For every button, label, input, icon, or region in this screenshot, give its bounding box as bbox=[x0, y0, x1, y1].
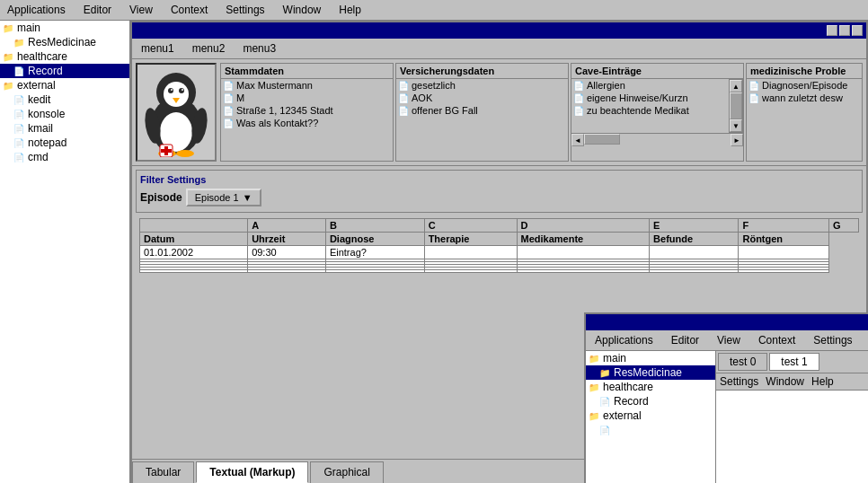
sidebar-item-healthcare[interactable]: healthcare bbox=[0, 49, 129, 64]
sidebar-label-kmail: kmail bbox=[28, 122, 53, 135]
second-window-menu[interactable]: Window bbox=[766, 375, 804, 388]
scroll-left-arrow[interactable]: ◄ bbox=[571, 134, 584, 146]
scroll-thumb[interactable] bbox=[730, 92, 742, 119]
inner-menu-menu1[interactable]: menu1 bbox=[136, 40, 180, 57]
data-table: A B C D E F G Datum Uhrzeit Diagnose bbox=[139, 218, 859, 273]
svg-point-10 bbox=[176, 150, 194, 157]
sidebar-panel: main ResMedicinae healthcare Record exte… bbox=[0, 21, 130, 483]
second-sidebar-label-record: Record bbox=[614, 395, 649, 408]
patient-section: Stammdaten Max Mustermann M Straße 1, 12… bbox=[132, 59, 866, 166]
second-sidebar-healthcare[interactable]: healthcare bbox=[586, 380, 715, 394]
medizinische-item-1[interactable]: Diagnosen/Episode bbox=[747, 79, 862, 92]
tab-test0[interactable]: test 0 bbox=[718, 353, 767, 371]
cell-date[interactable]: 01.01.2002 bbox=[140, 246, 248, 259]
second-menu-context[interactable]: Context bbox=[753, 332, 801, 348]
svg-rect-15 bbox=[161, 149, 172, 153]
versicherungsdaten-item-1[interactable]: gesetzlich bbox=[396, 79, 568, 92]
svg-point-5 bbox=[179, 88, 184, 93]
tab-graphical[interactable]: Graphical bbox=[310, 461, 383, 483]
second-sidebar-label-external: external bbox=[603, 409, 642, 422]
sidebar-item-cmd[interactable]: cmd bbox=[0, 150, 129, 164]
folder-icon-healthcare bbox=[2, 50, 14, 63]
second-menu-applications[interactable]: Applications bbox=[589, 332, 659, 348]
cave-scrollbar[interactable]: ▲ ▼ bbox=[729, 79, 743, 133]
second-window-titlebar bbox=[586, 314, 868, 330]
cell-roentgen[interactable] bbox=[739, 246, 829, 259]
sidebar-label-cmd: cmd bbox=[28, 151, 49, 163]
stammdaten-item-4[interactable]: Was als Kontakt?? bbox=[221, 117, 393, 129]
folder-icon-resmedicinae bbox=[13, 36, 25, 48]
versicherungsdaten-item-2[interactable]: AOK bbox=[396, 92, 568, 104]
cell-diagnose[interactable]: Eintrag? bbox=[325, 246, 424, 259]
svg-point-4 bbox=[168, 88, 173, 93]
data-panels: Stammdaten Max Mustermann M Straße 1, 12… bbox=[220, 63, 863, 162]
menu-settings[interactable]: Settings bbox=[222, 2, 268, 18]
sidebar-item-konsole[interactable]: konsole bbox=[0, 107, 129, 121]
cell-time[interactable]: 09:30 bbox=[248, 246, 326, 259]
versicherungsdaten-item-3[interactable]: offener BG Fall bbox=[396, 104, 568, 117]
second-menu-settings[interactable]: Settings bbox=[808, 332, 857, 348]
sidebar-label-healthcare: healthcare bbox=[17, 50, 67, 63]
h-scroll-thumb[interactable] bbox=[584, 134, 620, 145]
menu-view[interactable]: View bbox=[126, 2, 156, 18]
sidebar-item-main[interactable]: main bbox=[0, 21, 129, 35]
cave-hscrollbar[interactable]: ◄ ► bbox=[571, 133, 743, 145]
cell-therapie[interactable] bbox=[424, 246, 517, 259]
second-menu-view[interactable]: View bbox=[712, 332, 746, 348]
scroll-up-arrow[interactable]: ▲ bbox=[730, 80, 742, 92]
menu-applications[interactable]: Applications bbox=[4, 2, 69, 18]
sidebar-item-resmedicinae[interactable]: ResMedicinae bbox=[0, 35, 129, 49]
second-sidebar-record[interactable]: Record bbox=[586, 394, 715, 408]
close-button[interactable] bbox=[852, 25, 863, 36]
second-sidebar-main[interactable]: main bbox=[586, 351, 715, 365]
cave-item-3[interactable]: zu beachtende Medikat bbox=[571, 104, 729, 117]
file-icon-cmd bbox=[13, 151, 25, 163]
scroll-right-arrow[interactable]: ► bbox=[731, 134, 743, 146]
sidebar-item-record[interactable]: Record bbox=[0, 64, 129, 78]
second-sidebar-external[interactable]: external bbox=[586, 408, 715, 423]
stammdaten-item-1[interactable]: Max Mustermann bbox=[221, 79, 393, 92]
menu-editor[interactable]: Editor bbox=[80, 2, 115, 18]
maximize-button[interactable] bbox=[839, 25, 850, 36]
col-g: G bbox=[829, 219, 859, 233]
file-icon bbox=[748, 80, 762, 91]
medizinische-item-2[interactable]: wann zuletzt desw bbox=[747, 92, 862, 104]
second-content-area bbox=[716, 391, 868, 483]
cave-panel: Cave-Einträge Allergien eigene Hinweise/… bbox=[571, 63, 744, 162]
cell-medikamente[interactable] bbox=[517, 246, 650, 259]
second-help-menu[interactable]: Help bbox=[811, 375, 834, 388]
file-icon bbox=[598, 395, 611, 408]
tab-tabular[interactable]: Tabular bbox=[132, 461, 194, 483]
minimize-button[interactable] bbox=[827, 25, 837, 36]
file-icon bbox=[573, 80, 587, 91]
tab-test1[interactable]: test 1 bbox=[769, 353, 819, 371]
second-sidebar-label-healthcare: healthcare bbox=[603, 381, 653, 393]
sidebar-item-kmail[interactable]: kmail bbox=[0, 121, 129, 136]
menu-context[interactable]: Context bbox=[167, 2, 211, 18]
header-medikamente: Medikamente bbox=[517, 233, 650, 246]
inner-menu-menu2[interactable]: menu2 bbox=[187, 40, 231, 57]
sidebar-item-kedit[interactable]: kedit bbox=[0, 92, 129, 107]
second-sidebar-blank[interactable] bbox=[586, 423, 715, 437]
episode-dropdown[interactable]: Episode 1 ▼ bbox=[186, 189, 261, 206]
sidebar-item-notepad[interactable]: notepad bbox=[0, 136, 129, 150]
second-menu-editor[interactable]: Editor bbox=[666, 332, 704, 348]
second-settings-menu[interactable]: Settings bbox=[720, 375, 758, 388]
tab-textual[interactable]: Textual (Markup) bbox=[196, 461, 308, 483]
menu-help[interactable]: Help bbox=[335, 2, 365, 18]
file-icon bbox=[573, 92, 587, 103]
cell-befunde[interactable] bbox=[650, 246, 739, 259]
sidebar-item-external[interactable]: external bbox=[0, 78, 129, 92]
second-sidebar-resmedicinae[interactable]: ResMedicinae bbox=[586, 365, 715, 380]
cave-item-1[interactable]: Allergien bbox=[571, 79, 729, 92]
second-menu-window[interactable]: Window bbox=[865, 332, 868, 348]
file-icon bbox=[398, 105, 412, 116]
inner-menu-menu3[interactable]: menu3 bbox=[237, 40, 281, 57]
stammdaten-item-3[interactable]: Straße 1, 12345 Stadt bbox=[221, 104, 393, 117]
folder-icon bbox=[588, 409, 600, 422]
stammdaten-item-2[interactable]: M bbox=[221, 92, 393, 104]
scroll-down-arrow[interactable]: ▼ bbox=[730, 119, 742, 132]
cave-item-2[interactable]: eigene Hinweise/Kurzn bbox=[571, 92, 729, 104]
sidebar-label-main: main bbox=[17, 22, 40, 34]
menu-window[interactable]: Window bbox=[279, 2, 325, 18]
